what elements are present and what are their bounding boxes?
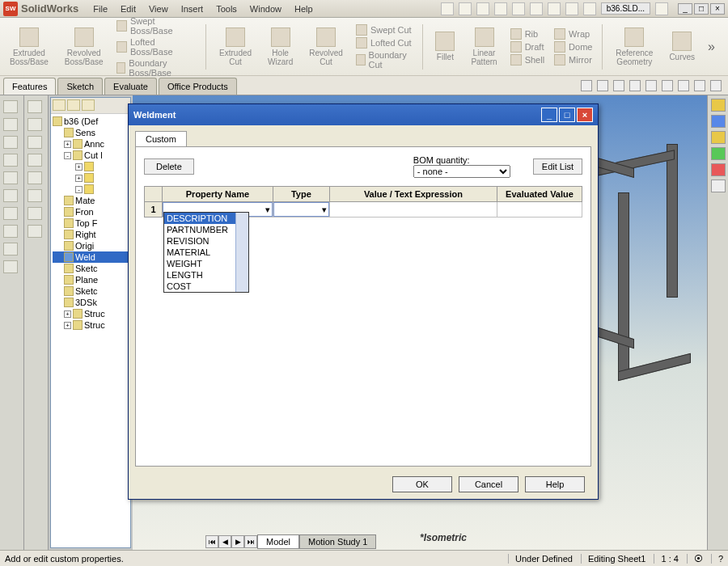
ribbon-expand-icon[interactable]: »	[708, 40, 722, 54]
scene-icon[interactable]	[645, 80, 657, 91]
tool-icon[interactable]	[28, 207, 42, 220]
view-settings-icon[interactable]	[662, 80, 673, 91]
hide-show-icon[interactable]	[613, 80, 624, 91]
tool-icon[interactable]	[3, 136, 18, 149]
tool-icon[interactable]	[28, 136, 42, 149]
wrap-button[interactable]: Wrap	[554, 28, 592, 40]
rebuild-icon[interactable]	[565, 2, 578, 15]
help-icon[interactable]	[655, 2, 668, 15]
tab-evaluate[interactable]: Evaluate	[104, 78, 157, 95]
tool-icon[interactable]	[3, 154, 18, 167]
new-icon[interactable]	[459, 2, 472, 15]
menu-view[interactable]: View	[142, 2, 175, 16]
tool-icon[interactable]	[3, 118, 18, 131]
extruded-boss-button[interactable]: Extruded Boss/Base	[6, 26, 52, 68]
maximize-button[interactable]: □	[694, 3, 709, 15]
delete-button[interactable]: Delete	[144, 158, 194, 175]
menu-insert[interactable]: Insert	[175, 2, 210, 16]
select-icon[interactable]	[548, 2, 561, 15]
edit-list-button[interactable]: Edit List	[533, 158, 582, 175]
menu-help[interactable]: Help	[288, 2, 320, 16]
type-cell[interactable]: ▾	[273, 202, 329, 217]
status-help-icon[interactable]: ?	[711, 554, 723, 564]
property-name-dropdown[interactable]: DESCRIPTION PARTNUMBER REVISION MATERIAL…	[163, 212, 249, 293]
tool-icon[interactable]	[28, 171, 42, 184]
swept-cut-button[interactable]: Swept Cut	[356, 24, 413, 36]
extruded-cut-button[interactable]: Extruded Cut	[216, 26, 255, 68]
tree-item[interactable]: Sens	[53, 127, 129, 138]
boundary-cut-button[interactable]: Boundary Cut	[356, 50, 413, 70]
draft-button[interactable]: Draft	[510, 41, 544, 53]
tool-icon[interactable]	[28, 189, 42, 202]
bom-quantity-select[interactable]: - none -	[413, 165, 510, 178]
tree-item[interactable]: Sketc	[53, 263, 129, 274]
tool-icon[interactable]	[28, 154, 42, 167]
feature-tree[interactable]: b36 (Def Sens +Annc -Cut l + + - Mate Fr…	[51, 114, 130, 332]
options-icon[interactable]	[583, 2, 596, 15]
col-type[interactable]: Type	[273, 187, 329, 202]
tree-root[interactable]: b36 (Def	[53, 116, 129, 127]
menu-file[interactable]: File	[87, 2, 114, 16]
tree-item[interactable]: Top F	[53, 218, 129, 229]
tab-features[interactable]: Features	[3, 78, 56, 95]
dialog-titlebar[interactable]: Weldment _ □ ×	[129, 104, 598, 125]
linear-pattern-button[interactable]: Linear Pattern	[468, 26, 500, 68]
tab-sketch[interactable]: Sketch	[57, 78, 103, 95]
revolved-boss-button[interactable]: Revolved Boss/Base	[61, 26, 107, 68]
tree-item[interactable]: Right	[53, 229, 129, 240]
tool-icon[interactable]	[3, 207, 18, 220]
tool-icon[interactable]	[3, 171, 18, 184]
hole-wizard-button[interactable]: Hole Wizard	[265, 26, 296, 68]
dialog-close-button[interactable]: ×	[577, 108, 593, 122]
dropdown-scrollbar[interactable]	[235, 213, 248, 292]
tree-item[interactable]: Sketc	[53, 285, 129, 297]
tool-icon[interactable]	[28, 100, 42, 113]
tree-item[interactable]: +Struc	[53, 319, 129, 331]
tree-item-weldment[interactable]: Weld	[53, 251, 129, 263]
search-icon[interactable]	[441, 2, 454, 15]
tree-tab-icon[interactable]	[82, 99, 95, 111]
mdi-close-icon[interactable]	[710, 80, 722, 91]
library-icon[interactable]	[711, 115, 726, 128]
rib-button[interactable]: Rib	[510, 28, 544, 40]
prev-icon[interactable]: ◀	[218, 535, 231, 548]
swept-boss-button[interactable]: Swept Boss/Base	[116, 16, 197, 36]
tab-office[interactable]: Office Products	[159, 78, 237, 95]
tool-icon[interactable]	[3, 100, 18, 113]
col-property-name[interactable]: Property Name	[163, 187, 273, 202]
dome-button[interactable]: Dome	[554, 41, 592, 53]
document-tab[interactable]: b36.SLD...	[601, 2, 650, 15]
view-palette-icon[interactable]	[711, 147, 726, 160]
help-button[interactable]: Help	[525, 476, 585, 492]
tool-icon[interactable]	[3, 260, 18, 273]
explorer-icon[interactable]	[711, 131, 726, 144]
open-icon[interactable]	[476, 2, 489, 15]
bottom-tab-motion[interactable]: Motion Study 1	[299, 534, 376, 549]
bottom-tab-model[interactable]: Model	[257, 534, 299, 549]
menu-edit[interactable]: Edit	[114, 2, 142, 16]
dialog-minimize-button[interactable]: _	[541, 108, 557, 122]
home-icon[interactable]	[711, 99, 726, 112]
tree-folder[interactable]: +	[53, 172, 129, 184]
revolved-cut-button[interactable]: Revolved Cut	[306, 26, 346, 68]
fillet-button[interactable]: Fillet	[432, 30, 458, 63]
boundary-boss-button[interactable]: Boundary Boss/Base	[116, 58, 197, 78]
lofted-boss-button[interactable]: Lofted Boss/Base	[116, 37, 197, 57]
mirror-button[interactable]: Mirror	[554, 54, 592, 65]
view-orient-icon[interactable]	[581, 80, 592, 91]
tree-tab-icon[interactable]	[67, 99, 80, 111]
menu-tools[interactable]: Tools	[210, 2, 243, 16]
lofted-cut-button[interactable]: Lofted Cut	[356, 37, 413, 49]
tree-item[interactable]: Origi	[53, 240, 129, 251]
ok-button[interactable]: OK	[392, 476, 452, 492]
tool-icon[interactable]	[28, 118, 42, 131]
first-icon[interactable]: ⏮	[205, 535, 218, 548]
menu-window[interactable]: Window	[243, 2, 288, 16]
appearance-icon[interactable]	[711, 163, 726, 176]
close-button[interactable]: ×	[710, 3, 725, 15]
curves-button[interactable]: Curves	[666, 30, 698, 63]
tree-folder[interactable]: -	[53, 184, 129, 195]
last-icon[interactable]: ⏭	[244, 535, 257, 548]
mdi-restore-icon[interactable]	[694, 80, 705, 91]
tree-item[interactable]: Mate	[53, 195, 129, 206]
